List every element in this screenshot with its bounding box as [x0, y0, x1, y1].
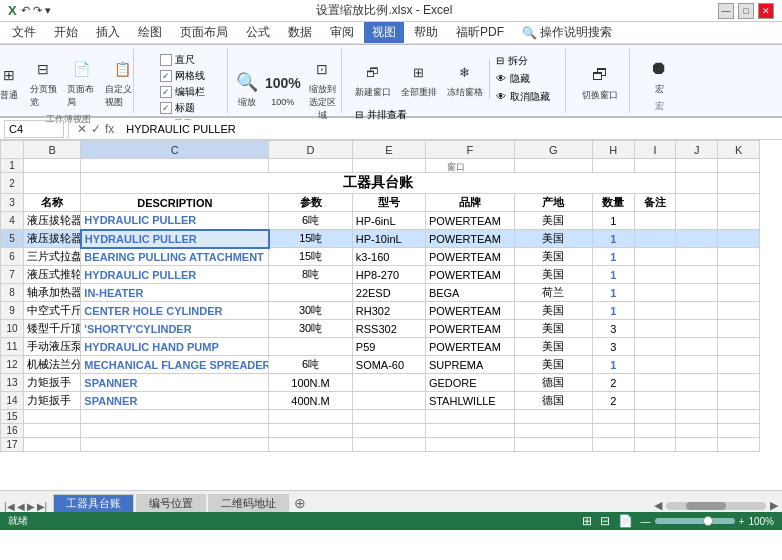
cell-h17[interactable] [592, 438, 634, 452]
cell-e13[interactable] [352, 374, 425, 392]
cell-c9[interactable]: CENTER HOLE CYLINDER [81, 302, 269, 320]
minimize-button[interactable]: — [718, 3, 734, 19]
cell-c12[interactable]: MECHANICAL FLANGE SPREADER [81, 356, 269, 374]
tab-nav-next[interactable]: ▶ [27, 501, 35, 512]
cell-k2[interactable] [718, 173, 760, 194]
menu-draw[interactable]: 绘图 [130, 22, 170, 43]
cell-k1[interactable] [718, 159, 760, 173]
quick-access-toolbar[interactable]: ↶ ↷ ▾ [21, 4, 51, 17]
cell-e1[interactable] [352, 159, 425, 173]
view-pagebreak-icon[interactable]: ⊟ [600, 514, 610, 528]
cell-b9[interactable]: 中空式千斤顶 [23, 302, 80, 320]
sheet-tab-numbering[interactable]: 编号位置 [136, 494, 206, 512]
cell-i16[interactable] [634, 424, 676, 438]
cell-b11[interactable]: 手动液压泵 [23, 338, 80, 356]
cell-b4[interactable]: 液压拔轮器 [23, 212, 80, 230]
cell-j4[interactable] [676, 212, 718, 230]
cell-c10[interactable]: 'SHORTY'CYLINDER [81, 320, 269, 338]
cell-k3[interactable] [718, 194, 760, 212]
cell-i17[interactable] [634, 438, 676, 452]
zoom-decrease-icon[interactable]: — [641, 516, 651, 527]
cell-g7[interactable]: 美国 [514, 266, 592, 284]
cell-j10[interactable] [676, 320, 718, 338]
cell-k14[interactable] [718, 392, 760, 410]
ruler-check[interactable]: 直尺 [160, 53, 205, 67]
cell-e14[interactable] [352, 392, 425, 410]
formula-input[interactable] [122, 120, 778, 138]
cell-h3-qty[interactable]: 数量 [592, 194, 634, 212]
cell-j16[interactable] [676, 424, 718, 438]
cell-f11[interactable]: POWERTEAM [425, 338, 514, 356]
menu-insert[interactable]: 插入 [88, 22, 128, 43]
cell-f17[interactable] [425, 438, 514, 452]
cell-e11[interactable]: P59 [352, 338, 425, 356]
col-header-h[interactable]: H [592, 141, 634, 159]
cell-h11[interactable]: 3 [592, 338, 634, 356]
cell-j1[interactable] [676, 159, 718, 173]
cell-f9[interactable]: POWERTEAM [425, 302, 514, 320]
col-header-j[interactable]: J [676, 141, 718, 159]
cell-j6[interactable] [676, 248, 718, 266]
cell-f3-brand[interactable]: 品牌 [425, 194, 514, 212]
cell-i9[interactable] [634, 302, 676, 320]
cell-g1[interactable] [514, 159, 592, 173]
sheet-tab-tools[interactable]: 工器具台账 [53, 494, 134, 512]
cell-g11[interactable]: 美国 [514, 338, 592, 356]
cell-k9[interactable] [718, 302, 760, 320]
cell-e8[interactable]: 22ESD [352, 284, 425, 302]
menu-view[interactable]: 视图 [364, 22, 404, 43]
cell-g17[interactable] [514, 438, 592, 452]
cell-d16[interactable] [269, 424, 353, 438]
zoom-increase-icon[interactable]: + [739, 516, 745, 527]
tab-nav-prev[interactable]: ◀ [17, 501, 25, 512]
insert-function-icon[interactable]: fx [105, 122, 114, 136]
cell-h4[interactable]: 1 [592, 212, 634, 230]
cell-g10[interactable]: 美国 [514, 320, 592, 338]
cell-d14[interactable]: 400N.M [269, 392, 353, 410]
cell-h10[interactable]: 3 [592, 320, 634, 338]
cell-k10[interactable] [718, 320, 760, 338]
cell-c17[interactable] [81, 438, 269, 452]
cell-d1[interactable] [269, 159, 353, 173]
horizontal-scrollbar[interactable] [666, 502, 766, 510]
col-header-g[interactable]: G [514, 141, 592, 159]
cell-c5-active[interactable]: HYDRAULIC PULLER [81, 230, 269, 248]
menu-data[interactable]: 数据 [280, 22, 320, 43]
cell-c1[interactable] [81, 159, 269, 173]
cell-e15[interactable] [352, 410, 425, 424]
cell-f6[interactable]: POWERTEAM [425, 248, 514, 266]
switch-window-button[interactable]: 🗗 切换窗口 [578, 59, 622, 104]
cell-k7[interactable] [718, 266, 760, 284]
gridlines-check[interactable]: ✓ 网格线 [160, 69, 205, 83]
cell-j12[interactable] [676, 356, 718, 374]
cell-b1[interactable] [23, 159, 80, 173]
cell-b13[interactable]: 力矩扳手 [23, 374, 80, 392]
cell-i7[interactable] [634, 266, 676, 284]
menu-home[interactable]: 开始 [46, 22, 86, 43]
cell-h12[interactable]: 1 [592, 356, 634, 374]
cell-k6[interactable] [718, 248, 760, 266]
cell-c6[interactable]: BEARING PULLING ATTACHMENT [81, 248, 269, 266]
cell-h13[interactable]: 2 [592, 374, 634, 392]
cell-g14[interactable]: 德国 [514, 392, 592, 410]
cell-k11[interactable] [718, 338, 760, 356]
cell-f13[interactable]: GEDORE [425, 374, 514, 392]
hide-button[interactable]: 👁 隐藏 [492, 71, 554, 87]
menu-search[interactable]: 🔍操作说明搜索 [514, 22, 620, 43]
cell-h8[interactable]: 1 [592, 284, 634, 302]
cell-k13[interactable] [718, 374, 760, 392]
new-window-button[interactable]: 🗗 新建窗口 [351, 56, 395, 101]
cell-i12[interactable] [634, 356, 676, 374]
menu-help[interactable]: 帮助 [406, 22, 446, 43]
col-header-i[interactable]: I [634, 141, 676, 159]
cell-k12[interactable] [718, 356, 760, 374]
cell-b5[interactable]: 液压拔轮器 [23, 230, 80, 248]
freeze-panes-button[interactable]: ❄ 冻结窗格 [443, 56, 487, 101]
cell-h5[interactable]: 1 [592, 230, 634, 248]
cell-b3-name[interactable]: 名称 [23, 194, 80, 212]
cell-c16[interactable] [81, 424, 269, 438]
cell-h14[interactable]: 2 [592, 392, 634, 410]
pagelayout-view-button[interactable]: 📄 页面布局 [63, 53, 99, 111]
col-header-k[interactable]: K [718, 141, 760, 159]
cell-d3-param[interactable]: 参数 [269, 194, 353, 212]
